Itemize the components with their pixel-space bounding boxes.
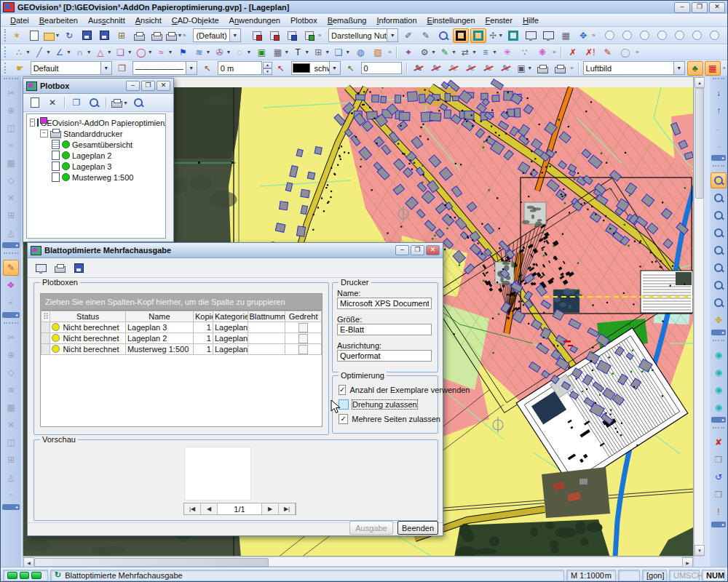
dialog-title-bar[interactable]: Blattoptimierte Mehrfachausgabe – ❐ ✕ <box>28 243 443 258</box>
magic-tool-button[interactable]: ❖ <box>3 277 19 293</box>
save-all-button[interactable] <box>96 28 112 43</box>
menu-ansicht[interactable]: Ansicht <box>130 15 167 26</box>
dialog-close-button[interactable]: ✕ <box>426 245 440 255</box>
dialog-restore-button[interactable]: ❐ <box>411 245 424 255</box>
pointer-tool-button[interactable]: ✐ <box>400 28 416 43</box>
map-horizontal-scrollbar[interactable]: ◀ ▶ <box>23 557 694 567</box>
linetype-pick-button[interactable]: ↖ <box>199 61 215 76</box>
toggle-teal-frame-button[interactable] <box>470 28 486 43</box>
menu-plotbox[interactable]: Plotbox <box>285 15 323 26</box>
open-document-button-dropdown[interactable]: ▼ <box>55 33 60 38</box>
menu-bemaung[interactable]: Bemaßung <box>323 15 372 26</box>
grid-row[interactable]: Nicht berechnetLageplan 21Lageplan <box>41 333 322 344</box>
page-last-button[interactable]: ▶| <box>279 503 296 514</box>
darstellung-combo[interactable]: Darstellung Nut▼ <box>328 28 398 42</box>
dock-group-collapse[interactable]: ▸ <box>2 242 20 248</box>
screen-2-button[interactable] <box>540 28 556 43</box>
zoom-window-button[interactable] <box>711 172 727 188</box>
plot-style-combo[interactable]: (Default)▼ <box>193 28 240 42</box>
page-first-button[interactable]: |◀ <box>184 503 201 514</box>
zoom-dynamic-button[interactable] <box>711 190 727 206</box>
maximize-button[interactable]: ❐ <box>692 2 708 13</box>
dock-grip[interactable] <box>713 340 724 346</box>
swap-button[interactable]: ⇄▼ <box>459 45 478 60</box>
lasso-button[interactable]: ◌▼ <box>233 45 252 60</box>
pan-up-button[interactable]: ↑ <box>711 103 727 119</box>
info-line-button[interactable] <box>637 28 653 43</box>
info-area-button[interactable] <box>672 28 688 43</box>
tree-sheet-item[interactable]: Gesamtübersicht <box>27 139 165 150</box>
pan-button[interactable]: ✥ <box>575 28 591 43</box>
transform-9-button[interactable]: ◬ <box>3 469 19 485</box>
construct-button[interactable]: ✦ <box>400 45 416 60</box>
burst-button[interactable]: ❋ <box>534 45 550 60</box>
plotbox-window[interactable]: Plotbox – ❐ ✕ ✕❐▼ −GEOvision³-AddOn Papi… <box>23 78 174 242</box>
pb-new-button[interactable] <box>27 95 43 110</box>
pb-print-button[interactable]: ▼ <box>110 95 129 110</box>
menu-fenster[interactable]: Fenster <box>480 15 518 26</box>
minimize-button[interactable]: – <box>674 2 690 13</box>
color-combo[interactable]: schwarz▼ <box>291 61 341 75</box>
title-bar[interactable]: GEOvision³ [D:\GEOvision³-AddOn Papierop… <box>1 1 727 14</box>
pan-hand-button[interactable]: ✥ <box>711 312 727 328</box>
text-tool-button[interactable]: T▼ <box>291 45 310 60</box>
toolbar-overflow-button[interactable]: » <box>183 32 186 39</box>
menu-einstellungen[interactable]: Einstellungen <box>422 15 480 26</box>
hand-style-button[interactable]: ☛ <box>12 61 28 76</box>
background-combo[interactable]: Luftbild▼ <box>583 61 685 75</box>
compass-tool-button[interactable]: ✣▼ <box>488 28 504 43</box>
view-store-button[interactable]: ◉ <box>711 399 727 415</box>
draw-circle-button[interactable]: ◯▼ <box>135 45 154 60</box>
gedreht-checkbox[interactable] <box>298 323 308 332</box>
toolbar-overflow-button[interactable]: » <box>318 32 321 39</box>
dlg-screen-output-button[interactable] <box>33 260 49 275</box>
grid-object-button-dropdown[interactable]: ▼ <box>284 49 289 55</box>
scroll-up-button[interactable]: ▲ <box>695 77 705 88</box>
delete-view-button[interactable]: ✘ <box>711 434 727 450</box>
transform-5-button[interactable]: ▦ <box>3 399 19 415</box>
compass-tool-button-dropdown[interactable]: ▼ <box>498 33 503 38</box>
pb-preview-button[interactable] <box>130 95 146 110</box>
peak-tool-button[interactable]: ◬ <box>3 225 19 241</box>
transform-3-button[interactable]: ◇ <box>3 364 19 380</box>
plot-style-combo-dropdown-button[interactable]: ▼ <box>229 29 240 41</box>
menu-anwendungen[interactable]: Anwendungen <box>224 15 285 26</box>
pen-strike-5-button[interactable]: ✎ <box>480 61 496 76</box>
clip-tool-button[interactable]: ✂ <box>3 85 19 101</box>
column-header-kategorie[interactable]: Kategorie <box>213 311 248 322</box>
stamp-button[interactable]: ▣▼ <box>515 61 533 76</box>
mehrfachausgabe-dialog[interactable]: Blattoptimierte Mehrfachausgabe – ❐ ✕ Pl… <box>27 242 443 536</box>
ghost-circle-button[interactable]: ◯ <box>617 45 633 60</box>
checkbox-label[interactable]: Mehrere Seiten zulassen <box>352 415 440 423</box>
grid-group-hint[interactable]: Ziehen Sie einen Spalten-Kopf hierher, u… <box>41 294 322 311</box>
menu-ausschnitt[interactable]: Ausschnitt <box>83 15 130 26</box>
style-pick-button[interactable]: ❐ <box>114 61 130 76</box>
style-combo[interactable]: Default▼ <box>31 61 112 75</box>
swap-button-dropdown[interactable]: ▼ <box>472 49 477 55</box>
draw-arc-button-dropdown[interactable]: ▼ <box>87 49 92 55</box>
pb-edit-button[interactable]: ❐ <box>68 95 84 110</box>
page-next-button[interactable]: ▶ <box>262 503 279 514</box>
pan-down-button[interactable]: ↓ <box>711 85 727 101</box>
layers-button-dropdown[interactable]: ▼ <box>492 49 497 55</box>
dock-group-collapse[interactable]: ▸ <box>711 417 726 423</box>
draw-line-button[interactable]: ╱▼ <box>33 45 52 60</box>
open-document-button[interactable]: ▼ <box>44 28 60 43</box>
pen-strike-2-button[interactable]: ✎ <box>428 61 444 76</box>
snap-square-button-dropdown[interactable]: ▼ <box>127 49 132 55</box>
plot-stamp-button[interactable] <box>534 61 550 76</box>
scroll-down-button[interactable]: ▼ <box>695 545 705 556</box>
plotbox-title-bar[interactable]: Plotbox – ❐ ✕ <box>23 79 173 94</box>
table-tool-button-dropdown[interactable]: ▼ <box>325 49 330 55</box>
column-header-kopie[interactable]: Kopie <box>194 311 213 322</box>
toolbar-overflow-button[interactable]: » <box>721 65 727 71</box>
plotboxen-grid[interactable]: Ziehen Sie einen Spalten-Kopf hierher, u… <box>40 293 323 427</box>
raster-select-button[interactable]: ▦ <box>558 28 574 43</box>
split-tool-button[interactable]: ◫ <box>3 120 19 136</box>
grid-row[interactable]: Nicht berechnetMusterweg 1:5001Lageplan <box>41 344 322 355</box>
screen-1-button[interactable] <box>523 28 539 43</box>
gedreht-checkbox[interactable] <box>298 345 308 354</box>
gedreht-checkbox[interactable] <box>298 334 308 343</box>
transform-6-button[interactable]: ✕ <box>3 417 19 433</box>
dock-grip[interactable] <box>713 165 724 171</box>
